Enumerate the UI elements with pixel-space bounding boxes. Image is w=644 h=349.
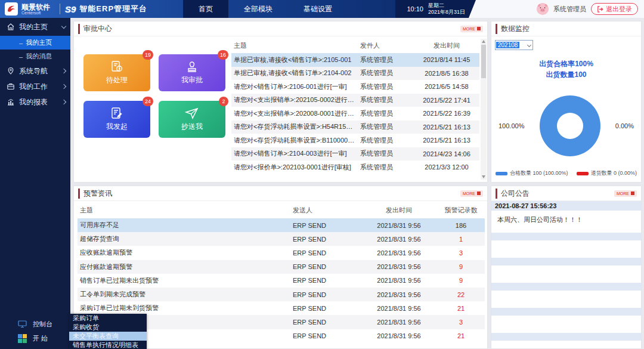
nav-tab-basic-settings[interactable]: 基础设置 <box>288 0 348 18</box>
logout-button[interactable]: 退出登录 <box>591 3 638 15</box>
cell-subject: 请您对<支出报销单>:202105-0002进行[审核] <box>231 95 358 104</box>
menu-item-sales-execution-report[interactable]: 销售单执行情况明细表 <box>69 341 147 349</box>
legend-item-qualified: 合格数量 100 (100.00%) <box>496 169 568 177</box>
logo-subtitle: Centersoft <box>21 11 50 15</box>
donut-right-label: 0.00% <box>615 122 634 129</box>
table-row[interactable]: 工令单到期未完成预警ERP SEND2021/8/31 9:5622 <box>78 288 485 301</box>
scroll-up-arrow-icon[interactable] <box>482 40 485 43</box>
cell-sender: 系统管理员 <box>358 109 414 118</box>
console-label: 控制台 <box>33 320 52 329</box>
announcement-content[interactable]: 本周六、周日公司活动！！！ <box>491 211 641 233</box>
tile-my-approvals[interactable]: 16 我审批 <box>159 54 225 91</box>
table-row[interactable]: 应付账款逾期预警ERP SEND2021/8/31 9:569 <box>78 260 485 274</box>
menu-item-purchase-receipt[interactable]: 采购收货 <box>69 323 147 332</box>
cell-subject: 可用库存不足 <box>78 221 290 230</box>
sidebar-item-system-nav[interactable]: 系统导航 <box>0 63 70 79</box>
nav-tab-all-modules[interactable]: 全部模块 <box>228 0 288 18</box>
cell-count: 3 <box>437 249 485 257</box>
announcement-divider <box>491 333 641 341</box>
start-label: 开 始 <box>33 334 48 343</box>
tile-label: 我发起 <box>106 122 128 132</box>
cell-time: 2021/5/21 16:13 <box>414 137 479 144</box>
menu-item-balance-query[interactable]: 未交平衡表查询 <box>69 332 147 341</box>
table-row[interactable]: 超储存货查询ERP SEND2021/8/31 9:561 <box>78 232 485 246</box>
tile-pending[interactable]: 19 待处理 <box>83 54 150 91</box>
more-label: MORE <box>617 192 629 196</box>
cell-count: 21 <box>437 305 485 312</box>
sidebar-item-my-home[interactable]: 我的主页 <box>0 18 70 36</box>
sidebar-item-label: 系统导航 <box>19 66 58 76</box>
table-row[interactable]: 销售订单已过期未出货预警ERP SEND2021/8/31 9:569 <box>78 274 485 288</box>
donut-chart-row: 100.00% 0.00% <box>491 95 641 156</box>
cell-sender: 系统管理员 <box>358 55 414 64</box>
pig-avatar-icon <box>537 3 549 15</box>
cell-sender: 系统管理员 <box>358 163 414 172</box>
col-time: 发出时间 <box>361 206 437 215</box>
logo-title: 顺景软件 <box>21 4 50 11</box>
user-avatar <box>537 3 549 15</box>
table-row[interactable]: 请您对<支出报销单>:202105-0002进行[审核]系统管理员2021/5/… <box>231 94 479 107</box>
cell-subject: 单据已审核,请接收<销售订单>:2104-002 <box>231 69 358 78</box>
tile-cc-to-me[interactable]: 2 抄送我 <box>159 101 225 138</box>
sidebar-footer: 控制台 开 始 <box>0 317 70 345</box>
table-row[interactable]: 请您对<销售订单>:2104-003进行[一审]系统管理员2021/4/23 1… <box>231 147 479 161</box>
table-row[interactable]: 采购订单已过期未到货预警ERP SEND2021/8/31 9:5621 <box>78 301 485 315</box>
start-button[interactable]: 开 始 <box>0 331 70 345</box>
cell-time: 2021/8/31 9:56 <box>361 332 437 339</box>
approval-panel-title: 审批中心 <box>78 24 112 34</box>
announcement-panel-header: 公司公告 MORE <box>491 186 641 201</box>
table-row[interactable]: 请您对<存货浮动耗损率设置>:H54R15006002进行[审核]系统管理员20… <box>231 121 479 134</box>
announcement-divider <box>491 258 641 265</box>
table-row[interactable]: 单据已审核,请接收<销售订单>:2104-002系统管理员2021/8/5 16… <box>231 67 479 81</box>
table-row[interactable]: 可用库存不足ERP SEND2021/8/31 9:56186 <box>78 218 485 232</box>
period-select[interactable]: 202108 <box>495 40 533 50</box>
table-row[interactable]: 应收账款逾期预警ERP SEND2021/8/31 9:563 <box>78 246 485 260</box>
table-row[interactable]: 请您对<存货浮动耗损率设置>:B11000001进行[审核]系统管理员2021/… <box>231 134 479 147</box>
stamp-icon <box>185 60 199 73</box>
logo-swirl-icon <box>7 4 16 14</box>
monitor-body: 202108 出货合格率100% 出货数量100 100.00% 0.00% 合… <box>491 36 641 182</box>
briefcase-icon <box>6 82 15 91</box>
col-alert-count: 预警记录数 <box>437 206 485 215</box>
table-row[interactable]: 单据已审核,请接收<销售订单>:2105-001系统管理员2021/8/14 1… <box>231 53 479 67</box>
sidebar-item-my-work[interactable]: 我的工作 <box>0 79 70 94</box>
cell-subject: 采购订单已过期未到货预警 <box>78 304 290 313</box>
table-row[interactable]: 请您对<报价单>:202103-0001进行[审核]系统管理员2021/3/3 … <box>231 160 479 174</box>
cell-sender: 系统管理员 <box>358 69 414 78</box>
start-popup-menu: 采购订单 采购收货 未交平衡表查询 销售单执行情况明细表 <box>69 314 147 349</box>
menu-item-purchase-order[interactable]: 采购订单 <box>69 314 147 323</box>
logo-text: 顺景软件 Centersoft <box>21 4 50 15</box>
table-row[interactable]: 请您对<支出报销单>:202008-0001进行[审核]系统管理员2021/5/… <box>231 107 479 121</box>
cell-time: 2021/8/31 9:56 <box>361 277 437 284</box>
console-monitor-icon <box>18 320 27 329</box>
approval-more-button[interactable]: MORE <box>460 26 483 32</box>
scrollbar-thumb[interactable] <box>481 45 486 78</box>
clock-calendar-date: 2021年8月31日 <box>428 9 465 16</box>
doc-pen-icon <box>110 107 123 120</box>
cell-subject: 单据已审核,请接收<销售订单>:2105-001 <box>231 55 358 64</box>
table-row[interactable]: 请您对<销售订单>:2106-001进行[一审]系统管理员2021/6/5 14… <box>231 80 479 94</box>
chart-legend: 合格数量 100 (100.00%) 退货数量 0 (0.00%) <box>491 169 641 177</box>
chevron-right-icon <box>61 100 66 104</box>
sidebar-subitem-my-home[interactable]: 我的主页 <box>0 36 70 50</box>
console-button[interactable]: 控制台 <box>0 317 70 331</box>
sidebar-subitem-my-messages[interactable]: 我的消息 <box>0 50 70 63</box>
cell-count: 9 <box>437 277 485 284</box>
approval-table-scrollbar[interactable] <box>481 39 487 180</box>
alerts-more-button[interactable]: MORE <box>460 190 483 197</box>
announcement-empty-slot <box>491 291 641 308</box>
period-selected-value: 202108 <box>496 42 519 48</box>
tile-label: 抄送我 <box>181 122 203 132</box>
nav-tab-home[interactable]: 首页 <box>183 0 228 18</box>
approval-tiles: 19 待处理 16 我审批 24 <box>74 36 228 182</box>
cell-subject: 工令单到期未完成预警 <box>78 290 290 299</box>
more-square-icon <box>631 192 634 195</box>
scroll-down-arrow-icon[interactable] <box>482 175 485 178</box>
announcement-more-button[interactable]: MORE <box>614 190 637 197</box>
sidebar-item-my-reports[interactable]: 我的报表 <box>0 94 70 110</box>
logo-divider <box>60 4 60 14</box>
logout-label: 退出登录 <box>606 5 632 14</box>
clock-date: 星期二 2021年8月31日 <box>428 2 465 16</box>
tile-initiated-by-me[interactable]: 24 我发起 <box>83 101 150 138</box>
clock-area: 10:10 星期二 2021年8月31日 <box>395 0 476 18</box>
